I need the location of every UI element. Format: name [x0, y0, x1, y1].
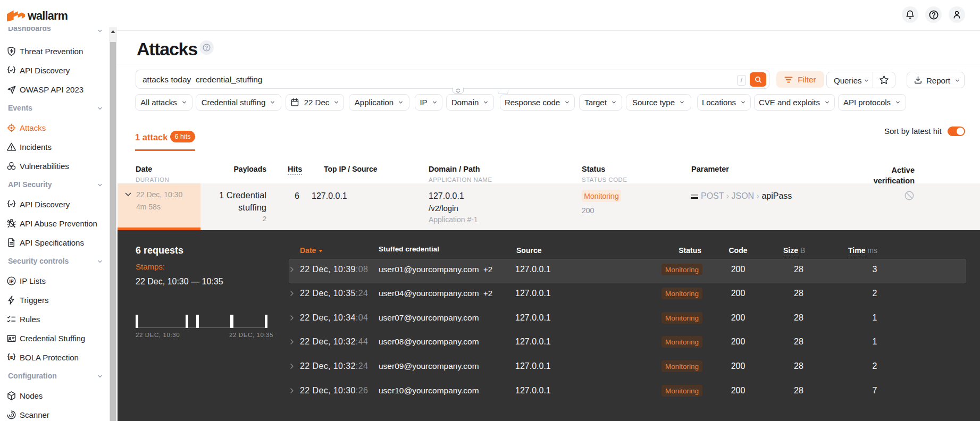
svg-text:ID: ID [10, 356, 13, 360]
svg-text:IP: IP [10, 278, 14, 283]
